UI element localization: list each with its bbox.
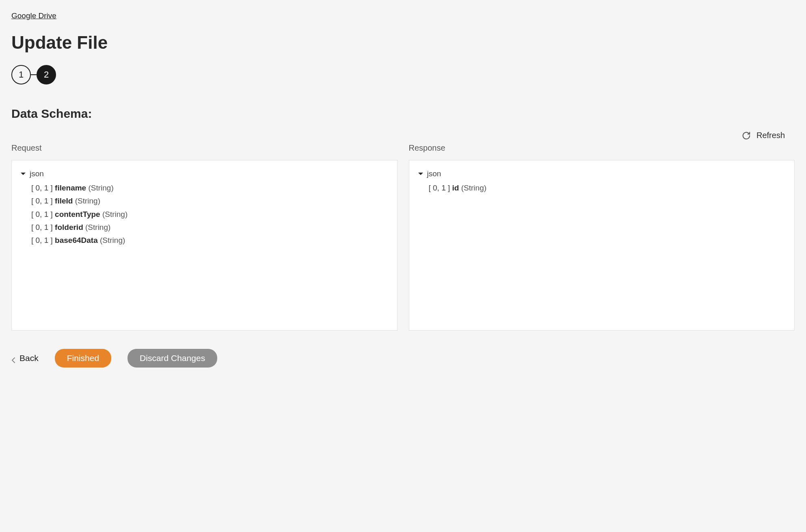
stepper: 1 2: [11, 65, 795, 84]
page-title: Update File: [11, 32, 795, 53]
discard-changes-button[interactable]: Discard Changes: [127, 349, 217, 368]
step-1[interactable]: 1: [11, 65, 31, 84]
response-root-label: json: [427, 169, 441, 178]
schema-field: [ 0, 1 ] folderid (String): [31, 221, 389, 234]
schema-field: [ 0, 1 ] base64Data (String): [31, 234, 389, 247]
chevron-left-icon: [11, 355, 15, 361]
request-root-label: json: [30, 169, 44, 178]
section-title: Data Schema:: [11, 107, 795, 121]
step-connector: [31, 74, 37, 75]
chevron-down-icon: [20, 171, 26, 177]
schema-field: [ 0, 1 ] filename (String): [31, 182, 389, 195]
request-tree-toggle[interactable]: json: [20, 169, 389, 178]
request-panel-label: Request: [11, 143, 398, 153]
refresh-button[interactable]: Refresh: [756, 131, 785, 140]
schema-field: [ 0, 1 ] contentType (String): [31, 208, 389, 221]
step-2[interactable]: 2: [37, 65, 56, 84]
request-panel: json [ 0, 1 ] filename (String) [ 0, 1 ]…: [11, 160, 398, 331]
response-panel-label: Response: [409, 143, 795, 153]
finished-button[interactable]: Finished: [55, 349, 111, 368]
refresh-icon[interactable]: [742, 131, 751, 140]
schema-field: [ 0, 1 ] fileId (String): [31, 195, 389, 208]
chevron-down-icon: [417, 171, 424, 177]
back-label: Back: [19, 353, 39, 363]
schema-field: [ 0, 1 ] id (String): [429, 182, 787, 195]
back-button[interactable]: Back: [11, 353, 39, 363]
response-tree-toggle[interactable]: json: [417, 169, 787, 178]
response-panel: json [ 0, 1 ] id (String): [409, 160, 795, 331]
breadcrumb-link[interactable]: Google Drive: [11, 11, 56, 20]
